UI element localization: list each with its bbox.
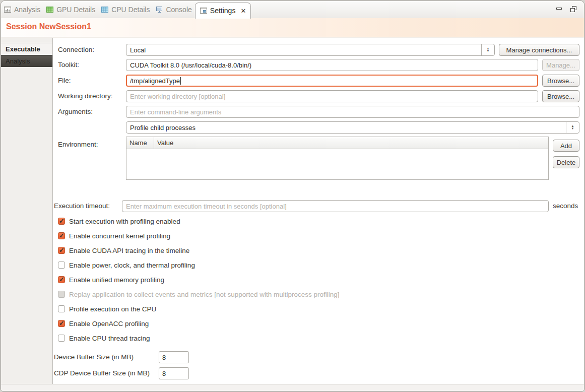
checkbox-row: Start execution with profiling enabled: [58, 217, 180, 225]
sidebar-item-analysis[interactable]: Analysis: [1, 55, 52, 67]
add-environment-button[interactable]: Add: [553, 140, 579, 152]
tab-analysis[interactable]: Analysis: [1, 1, 43, 18]
checkbox-concurrent-kernel[interactable]: [58, 232, 65, 239]
tab-label: CPU Details: [111, 1, 150, 18]
device-buffer-size-value: 8: [162, 354, 166, 361]
connection-label: Connection:: [58, 44, 94, 56]
file-input[interactable]: /tmp/alignedType: [126, 75, 538, 87]
checkbox-row: Enable concurrent kernel profiling: [58, 232, 170, 240]
checkbox-openacc[interactable]: [58, 320, 65, 327]
tab-settings[interactable]: Settings ✕: [195, 3, 251, 19]
checkbox-row: Enable OpenACC profiling: [58, 319, 149, 328]
tab-label: GPU Details: [56, 1, 95, 18]
checkbox-label: Enable power, clock, and thermal profili…: [69, 262, 195, 269]
tab-gpu-details[interactable]: GPU Details: [43, 1, 98, 18]
tab-console[interactable]: Console: [153, 1, 194, 18]
checkbox-row: Enable CPU thread tracing: [58, 334, 150, 342]
device-buffer-size-label: Device Buffer Size (in MB): [54, 351, 134, 363]
toolkit-value: CUDA Toolkit 8.0 (/usr/local/cuda-8.0/bi…: [130, 61, 251, 69]
minimize-icon[interactable]: [556, 6, 563, 13]
view-controls: [556, 6, 577, 13]
tab-cpu-details[interactable]: CPU Details: [98, 1, 153, 18]
profile-child-processes-value: Profile child processes: [130, 124, 196, 132]
checkbox-label: Enable CPU thread tracing: [69, 335, 150, 342]
arguments-label: Arguments:: [58, 106, 93, 118]
checkbox-row: Enable CUDA API tracing in the timeline: [58, 246, 189, 254]
column-header-value: Value: [154, 137, 548, 149]
checkbox-cpu-thread-tracing[interactable]: [58, 335, 65, 342]
spinner-icon[interactable]: ▲▼: [481, 44, 494, 55]
cdp-device-buffer-size-label: CDP Device Buffer Size (in MB): [54, 367, 150, 379]
arguments-input[interactable]: Enter command-line arguments: [126, 106, 579, 118]
settings-body: Executable Analysis Connection: Local ▲▼…: [1, 38, 584, 384]
checkbox-label: Enable concurrent kernel profiling: [69, 232, 170, 240]
checkbox-label: Start execution with profiling enabled: [69, 218, 180, 225]
tab-label: Analysis: [14, 1, 40, 18]
console-icon: [156, 6, 163, 13]
executable-form: Connection: Local ▲▼ Manage connections.…: [53, 38, 584, 384]
seconds-label: seconds: [553, 200, 578, 212]
working-directory-label: Working directory:: [58, 90, 113, 102]
working-directory-placeholder: Enter working directory [optional]: [130, 93, 225, 100]
spinner-icon[interactable]: ▲▼: [566, 122, 579, 133]
manage-toolkit-button: Manage...: [542, 59, 579, 71]
sidebar-item-executable[interactable]: Executable: [1, 43, 52, 55]
browse-file-button[interactable]: Browse...: [542, 75, 579, 87]
tab-label: Console: [166, 1, 191, 18]
checkbox-row: Profile execution on the CPU: [58, 305, 156, 313]
checkbox-power-clock-thermal[interactable]: [58, 262, 65, 269]
checkbox-cuda-api-tracing[interactable]: [58, 247, 65, 254]
environment-label: Environment:: [58, 139, 98, 151]
checkbox-unified-memory[interactable]: [58, 276, 65, 283]
connection-select[interactable]: Local ▲▼: [126, 44, 495, 56]
tab-label: Settings: [210, 3, 236, 19]
checkbox-label: Replay application to collect events and…: [69, 291, 340, 298]
session-title: Session NewSession1: [6, 22, 91, 31]
execution-timeout-placeholder: Enter maximum execution timeout in secon…: [126, 203, 287, 210]
text-caret: [180, 77, 181, 85]
window-bottom-edge: [1, 384, 584, 391]
sidebar: Executable Analysis: [1, 38, 53, 384]
toolkit-input[interactable]: CUDA Toolkit 8.0 (/usr/local/cuda-8.0/bi…: [126, 59, 538, 71]
restore-icon[interactable]: [570, 6, 577, 13]
manage-connections-button[interactable]: Manage connections...: [499, 44, 579, 56]
checkbox-label: Enable OpenACC profiling: [69, 320, 149, 328]
profile-child-processes-select[interactable]: Profile child processes ▲▼: [126, 121, 579, 134]
execution-timeout-label: Execution timeout:: [54, 200, 110, 212]
connection-value: Local: [130, 46, 146, 54]
session-header: Session NewSession1: [1, 18, 584, 37]
analysis-icon: [4, 6, 11, 13]
file-label: File:: [58, 75, 71, 87]
view-tabbar: Analysis GPU Details CPU Details: [1, 1, 584, 18]
environment-table-header: Name Value: [126, 137, 548, 149]
checkbox-label: Profile execution on the CPU: [69, 305, 156, 313]
column-header-name: Name: [126, 137, 154, 149]
execution-timeout-input[interactable]: Enter maximum execution timeout in secon…: [122, 200, 549, 212]
checkbox-label: Enable unified memory profiling: [69, 276, 164, 284]
settings-icon: [200, 7, 207, 14]
checkbox-start-profiling[interactable]: [58, 218, 65, 225]
checkbox-row: Enable unified memory profiling: [58, 276, 164, 284]
cdp-device-buffer-size-value: 8: [162, 370, 166, 377]
close-icon[interactable]: ✕: [240, 7, 246, 15]
working-directory-input[interactable]: Enter working directory [optional]: [126, 90, 538, 102]
environment-table[interactable]: Name Value: [126, 137, 549, 180]
gpu-details-icon: [46, 6, 53, 13]
checkbox-row: Enable power, clock, and thermal profili…: [58, 261, 195, 269]
cpu-details-icon: [101, 6, 108, 13]
file-value: /tmp/alignedType: [130, 77, 180, 85]
device-buffer-size-input[interactable]: 8: [159, 351, 189, 363]
checkbox-replay-application: [58, 291, 65, 298]
toolkit-label: Toolkit:: [58, 59, 79, 71]
arguments-placeholder: Enter command-line arguments: [130, 108, 221, 116]
nvvp-settings-window: Analysis GPU Details CPU Details: [1, 1, 584, 391]
browse-working-directory-button[interactable]: Browse...: [542, 90, 579, 102]
checkbox-label: Enable CUDA API tracing in the timeline: [69, 247, 189, 254]
cdp-device-buffer-size-input[interactable]: 8: [159, 367, 189, 379]
delete-environment-button[interactable]: Delete: [553, 156, 579, 168]
checkbox-profile-cpu[interactable]: [58, 305, 65, 312]
checkbox-row: Replay application to collect events and…: [58, 290, 340, 298]
